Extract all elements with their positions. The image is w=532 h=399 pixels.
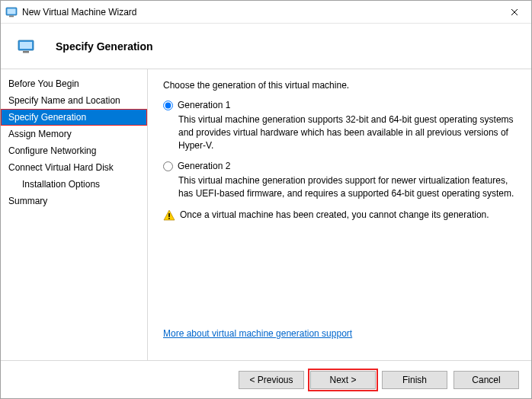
window-title: New Virtual Machine Wizard: [22, 7, 137, 18]
content-pane: Choose the generation of this virtual ma…: [148, 69, 531, 360]
more-info-link[interactable]: More about virtual machine generation su…: [163, 328, 352, 339]
wizard-body: Before You Begin Specify Name and Locati…: [1, 69, 531, 360]
generation-1-option[interactable]: Generation 1: [163, 100, 516, 110]
sidebar-item-summary[interactable]: Summary: [1, 193, 147, 209]
sidebar-item-configure-networking[interactable]: Configure Networking: [1, 142, 147, 159]
svg-rect-4: [20, 42, 32, 49]
wizard-footer: < Previous Next > Finish Cancel: [1, 360, 531, 398]
warning-text: Once a virtual machine has been created,…: [180, 209, 489, 220]
svg-rect-5: [23, 51, 29, 53]
sidebar-item-connect-vhd[interactable]: Connect Virtual Hard Disk: [1, 159, 147, 176]
generation-2-radio[interactable]: [163, 161, 173, 171]
generation-1-radio[interactable]: [163, 101, 173, 110]
next-button[interactable]: Next >: [310, 371, 376, 389]
content-intro: Choose the generation of this virtual ma…: [163, 80, 516, 91]
svg-rect-7: [168, 218, 170, 219]
cancel-button[interactable]: Cancel: [453, 371, 519, 389]
sidebar-item-assign-memory[interactable]: Assign Memory: [1, 126, 147, 142]
generation-1-description: This virtual machine generation supports…: [178, 113, 516, 152]
sidebar-item-specify-generation[interactable]: Specify Generation: [1, 109, 147, 126]
generation-2-label: Generation 2: [178, 161, 230, 171]
sidebar-item-specify-name-location[interactable]: Specify Name and Location: [1, 92, 147, 109]
wizard-window: New Virtual Machine Wizard Specify Gener…: [0, 0, 532, 399]
close-button[interactable]: [497, 1, 531, 24]
monitor-icon: [18, 38, 34, 55]
warning-icon: [163, 209, 175, 222]
sidebar: Before You Begin Specify Name and Locati…: [1, 69, 148, 360]
sidebar-item-installation-options[interactable]: Installation Options: [1, 176, 147, 193]
app-icon: [5, 6, 18, 18]
titlebar: New Virtual Machine Wizard: [1, 1, 531, 24]
page-title: Specify Generation: [56, 40, 153, 53]
svg-rect-6: [168, 213, 170, 217]
finish-button[interactable]: Finish: [382, 371, 447, 389]
wizard-header: Specify Generation: [1, 24, 531, 69]
previous-button[interactable]: < Previous: [239, 371, 304, 389]
sidebar-item-before-you-begin[interactable]: Before You Begin: [1, 75, 147, 92]
svg-rect-1: [8, 8, 16, 14]
svg-rect-2: [9, 15, 14, 17]
generation-1-label: Generation 1: [178, 100, 230, 110]
generation-2-option[interactable]: Generation 2: [163, 161, 516, 171]
generation-2-description: This virtual machine generation provides…: [178, 174, 516, 200]
warning-row: Once a virtual machine has been created,…: [163, 209, 516, 222]
